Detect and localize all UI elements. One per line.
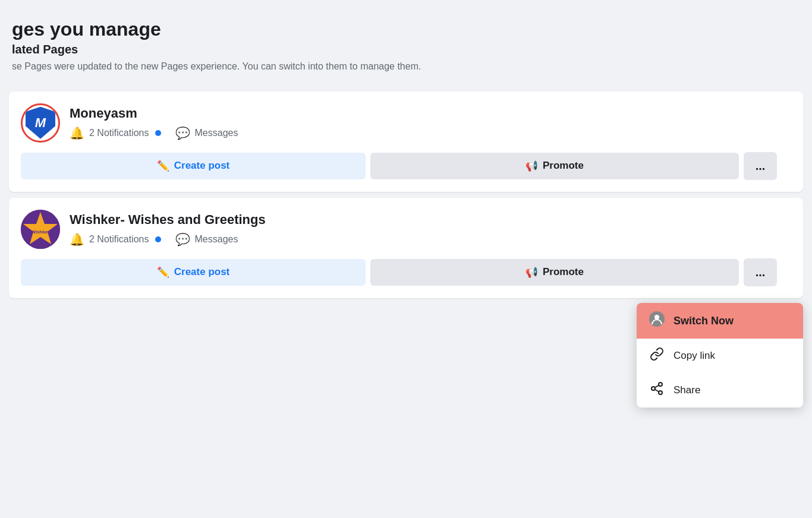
link-icon [649, 347, 665, 365]
create-post-label-wishker: Create post [174, 266, 230, 278]
notification-dot-wishker [155, 236, 161, 242]
header-section: ges you manage lated Pages se Pages were… [0, 18, 812, 86]
create-post-icon-moneyasm: ✏️ [157, 160, 169, 172]
page-name-wishker: Wishker- Wishes and Greetings [70, 212, 791, 228]
svg-point-4 [654, 315, 659, 320]
create-post-icon-wishker: ✏️ [157, 266, 169, 279]
page-meta-wishker: 🔔 2 Notifications 💬 Messages [70, 232, 791, 247]
message-icon-moneyasm: 💬 [175, 126, 190, 140]
page-actions-moneyasm: ✏️ Create post 📢 Promote ... [21, 152, 791, 180]
bell-icon-wishker: 🔔 [70, 232, 84, 247]
svg-line-9 [655, 386, 659, 388]
avatar-moneyasm: M [21, 103, 60, 143]
messages-label-moneyasm: Messages [195, 128, 238, 138]
page-name-moneyasm: Moneyasm [70, 106, 791, 121]
svg-point-7 [659, 391, 662, 394]
messages-label-wishker: Messages [195, 234, 238, 245]
notifications-moneyasm: 🔔 2 Notifications [70, 126, 161, 140]
svg-text:Wishker: Wishker [31, 229, 49, 235]
more-dots-icon-wishker: ... [756, 266, 766, 279]
page-info-wishker: Wishker Wishker- Wishes and Greetings 🔔 … [21, 210, 791, 249]
description: se Pages were updated to the new Pages e… [12, 60, 800, 73]
copy-link-item[interactable]: Copy link [637, 339, 803, 373]
notifications-wishker: 🔔 2 Notifications [70, 232, 161, 247]
notifications-label-wishker: 2 Notifications [89, 234, 149, 245]
create-post-button-wishker[interactable]: ✏️ Create post [21, 259, 366, 286]
svg-point-5 [659, 383, 662, 386]
promote-button-moneyasm[interactable]: 📢 Promote [370, 153, 739, 179]
create-post-button-moneyasm[interactable]: ✏️ Create post [21, 153, 366, 179]
more-button-wishker[interactable]: ... [744, 258, 777, 286]
svg-line-8 [655, 390, 659, 392]
svg-point-6 [652, 387, 655, 390]
person-icon [649, 311, 665, 330]
share-icon [649, 381, 665, 399]
promote-label-moneyasm: Promote [543, 160, 584, 172]
switch-now-item[interactable]: Switch Now [637, 303, 803, 339]
promote-button-wishker[interactable]: 📢 Promote [370, 259, 739, 286]
create-post-label-moneyasm: Create post [174, 160, 230, 172]
more-dots-icon-moneyasm: ... [756, 159, 766, 173]
page-card-moneyasm: M Moneyasm 🔔 2 Notifications 💬 Messages [9, 91, 803, 192]
switch-now-label: Switch Now [673, 315, 734, 327]
bell-icon-moneyasm: 🔔 [70, 126, 84, 140]
page-card-wishker: Wishker Wishker- Wishes and Greetings 🔔 … [9, 198, 803, 298]
share-label: Share [673, 384, 700, 396]
megaphone-icon-moneyasm: 📢 [525, 160, 538, 172]
page-info-moneyasm: M Moneyasm 🔔 2 Notifications 💬 Messages [21, 103, 791, 143]
page-actions-wishker: ✏️ Create post 📢 Promote ... [21, 258, 791, 286]
dropdown-menu: Switch Now Copy link Share [637, 303, 803, 408]
sub-title: lated Pages [12, 43, 800, 56]
share-item[interactable]: Share [637, 373, 803, 408]
page-container: ges you manage lated Pages se Pages were… [0, 0, 812, 298]
page-details-moneyasm: Moneyasm 🔔 2 Notifications 💬 Messages [70, 106, 791, 140]
more-button-moneyasm[interactable]: ... [744, 152, 777, 180]
moneyasm-shield-icon: M [26, 107, 55, 139]
main-title: ges you manage [12, 18, 800, 40]
megaphone-icon-wishker: 📢 [525, 266, 538, 279]
message-icon-wishker: 💬 [175, 232, 190, 247]
avatar-wishker: Wishker [21, 210, 60, 249]
messages-moneyasm: 💬 Messages [175, 126, 238, 140]
wishker-logo-svg: Wishker [21, 210, 60, 249]
page-meta-moneyasm: 🔔 2 Notifications 💬 Messages [70, 126, 791, 140]
notifications-label-moneyasm: 2 Notifications [89, 128, 149, 138]
notification-dot-moneyasm [155, 130, 161, 136]
copy-link-label: Copy link [673, 350, 715, 362]
promote-label-wishker: Promote [543, 266, 584, 278]
pages-list: M Moneyasm 🔔 2 Notifications 💬 Messages [0, 91, 812, 298]
messages-wishker: 💬 Messages [175, 232, 238, 247]
page-details-wishker: Wishker- Wishes and Greetings 🔔 2 Notifi… [70, 212, 791, 247]
